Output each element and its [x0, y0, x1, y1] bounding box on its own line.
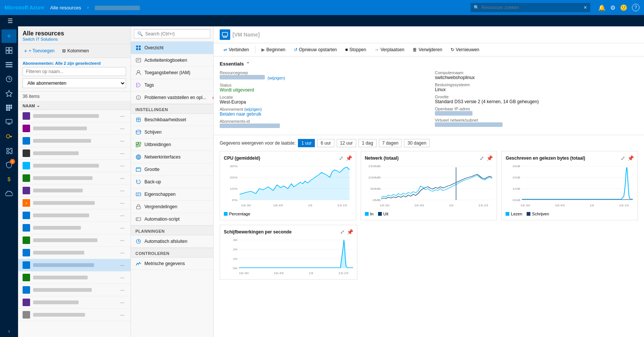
- essentials-collapse-icon[interactable]: ⌃: [246, 61, 250, 67]
- nav-item-autoshutdown[interactable]: Automatisch afsluiten: [131, 235, 213, 248]
- nav-item-tags[interactable]: Tags: [131, 79, 213, 91]
- nav-search-input[interactable]: [145, 31, 207, 37]
- item-dots[interactable]: ···: [118, 250, 126, 256]
- nav-item-extensions[interactable]: Uitbreidingen: [131, 139, 213, 151]
- sidebar-icon-cloud[interactable]: [2, 187, 17, 200]
- time-btn-1uur[interactable]: 1 uur: [298, 139, 315, 147]
- sidebar-icon-resources[interactable]: [2, 58, 17, 72]
- item-dots[interactable]: ···: [118, 262, 126, 268]
- list-item[interactable]: ···: [18, 147, 131, 160]
- nav-item-properties[interactable]: Eigenschappen: [131, 188, 213, 201]
- item-dots[interactable]: ···: [118, 287, 126, 293]
- bell-icon[interactable]: 🔔: [598, 4, 606, 11]
- search-box[interactable]: 🔍 ✕: [470, 3, 591, 12]
- list-item[interactable]: ···: [18, 172, 131, 185]
- nav-item-diagnose[interactable]: Problemen vaststellen en opl...: [131, 91, 213, 104]
- list-item[interactable]: ···: [18, 122, 131, 135]
- network-expand-icon[interactable]: ⤢: [480, 155, 484, 161]
- list-item[interactable]: S ···: [18, 197, 131, 209]
- search-clear-icon[interactable]: ✕: [583, 5, 587, 10]
- item-dots[interactable]: ···: [118, 274, 126, 281]
- refresh-button[interactable]: ↻ Vernieuwen: [447, 46, 483, 54]
- nav-item-locks[interactable]: Vergrendelingen: [131, 201, 213, 213]
- columns-button[interactable]: ⊞ Kolommen: [61, 47, 90, 54]
- list-item[interactable]: ···: [18, 284, 131, 296]
- connect-button[interactable]: ⇌ Verbinden: [220, 46, 253, 54]
- item-dots[interactable]: ···: [118, 163, 126, 169]
- hamburger-icon[interactable]: ☰: [3, 17, 17, 24]
- nav-item-automation[interactable]: Automation-script: [131, 213, 213, 226]
- help-icon[interactable]: ?: [632, 4, 639, 11]
- network-pin-icon[interactable]: 📌: [486, 155, 493, 161]
- item-dots[interactable]: ···: [118, 312, 126, 318]
- sidebar-icon-dashboard[interactable]: [2, 44, 17, 57]
- move-button[interactable]: → Verplaatsen: [371, 46, 408, 54]
- sidebar-icon-monitor[interactable]: [2, 115, 17, 129]
- filter-input[interactable]: [23, 67, 126, 76]
- item-dots[interactable]: ···: [118, 175, 126, 181]
- add-button[interactable]: + + Toevoegen: [23, 47, 56, 55]
- nav-item-overview[interactable]: Overzicht: [131, 42, 213, 54]
- list-item[interactable]: ···: [18, 222, 131, 234]
- subscription-value[interactable]: Betalen naar gebruik: [220, 111, 423, 117]
- time-btn-1dag[interactable]: 1 dag: [358, 139, 377, 147]
- sidebar-icon-shield[interactable]: 0: [2, 158, 17, 172]
- time-btn-30dagen[interactable]: 30 dagen: [404, 139, 430, 147]
- item-dots[interactable]: ···: [118, 188, 126, 194]
- nav-item-metrics[interactable]: Metrische gegevens: [131, 258, 213, 270]
- stop-button[interactable]: ■ Stoppen: [342, 46, 370, 54]
- time-btn-12uur[interactable]: 12 uur: [337, 139, 356, 147]
- disk-expand-icon[interactable]: ⤢: [340, 229, 345, 235]
- list-item[interactable]: ···: [18, 309, 131, 321]
- resource-group-link[interactable]: (wijzigen): [267, 76, 285, 80]
- cpu-pin-icon[interactable]: 📌: [346, 155, 352, 161]
- sidebar-icon-cost[interactable]: $: [2, 172, 17, 186]
- nav-item-backup[interactable]: Back-up: [131, 176, 213, 188]
- gear-icon[interactable]: ⚙: [610, 4, 615, 11]
- search-input[interactable]: [481, 5, 581, 10]
- time-btn-7dagen[interactable]: 7 dagen: [379, 139, 402, 147]
- subscription-select[interactable]: Alle abonnementen: [23, 78, 126, 88]
- list-item[interactable]: ···: [18, 234, 131, 247]
- item-dots[interactable]: ···: [118, 200, 126, 206]
- nav-item-size[interactable]: Grootte: [131, 163, 213, 176]
- sidebar-icon-puzzle[interactable]: [2, 144, 17, 157]
- restart-button[interactable]: ↺ Opnieuw opstarten: [290, 46, 341, 54]
- list-item[interactable]: ···: [18, 209, 131, 222]
- nav-search-box[interactable]: 🔍: [134, 29, 210, 38]
- item-dots[interactable]: ···: [118, 225, 126, 231]
- list-item[interactable]: ···: [18, 259, 131, 271]
- list-item[interactable]: ···: [18, 160, 131, 172]
- sort-icon[interactable]: ⌄: [36, 103, 40, 108]
- time-btn-6uur[interactable]: 6 uur: [317, 139, 334, 147]
- sidebar-icon-recent[interactable]: [2, 72, 17, 86]
- item-dots[interactable]: ···: [118, 150, 126, 156]
- disk-pin-icon[interactable]: 📌: [347, 229, 353, 235]
- sidebar-icon-key[interactable]: [2, 130, 17, 143]
- list-item[interactable]: ···: [18, 110, 131, 122]
- nav-item-iam[interactable]: Toegangsbeheer (IAM): [131, 67, 213, 79]
- sidebar-icon-favorites[interactable]: [2, 87, 17, 100]
- sidebar-icon-grid[interactable]: [2, 101, 17, 114]
- start-button[interactable]: ▶ Beginnen: [258, 46, 289, 54]
- sidebar-icon-plus[interactable]: +: [2, 29, 17, 43]
- nav-item-activity[interactable]: Activiteitenlogboeken: [131, 54, 213, 67]
- sidebar-expand-icon[interactable]: ›: [0, 325, 18, 337]
- item-dots[interactable]: ···: [118, 299, 126, 305]
- bytes-pin-icon[interactable]: 📌: [627, 155, 634, 161]
- nav-item-availability[interactable]: Beschikbaarheidsset: [131, 114, 213, 126]
- list-item[interactable]: ···: [18, 296, 131, 309]
- nav-item-disks[interactable]: Schijven: [131, 126, 213, 139]
- bytes-expand-icon[interactable]: ⤢: [621, 155, 625, 161]
- nav-item-network[interactable]: Netwerkinterfaces: [131, 151, 213, 163]
- list-item[interactable]: ···: [18, 247, 131, 259]
- cpu-expand-icon[interactable]: ⤢: [339, 155, 343, 161]
- item-dots[interactable]: ···: [118, 237, 126, 243]
- list-item[interactable]: ···: [18, 135, 131, 147]
- item-dots[interactable]: ···: [118, 138, 126, 144]
- delete-button[interactable]: 🗑 Verwijderen: [409, 46, 446, 54]
- item-dots[interactable]: ···: [118, 212, 126, 218]
- item-dots[interactable]: ···: [118, 125, 126, 131]
- list-item[interactable]: ···: [18, 271, 131, 284]
- list-item[interactable]: ···: [18, 185, 131, 197]
